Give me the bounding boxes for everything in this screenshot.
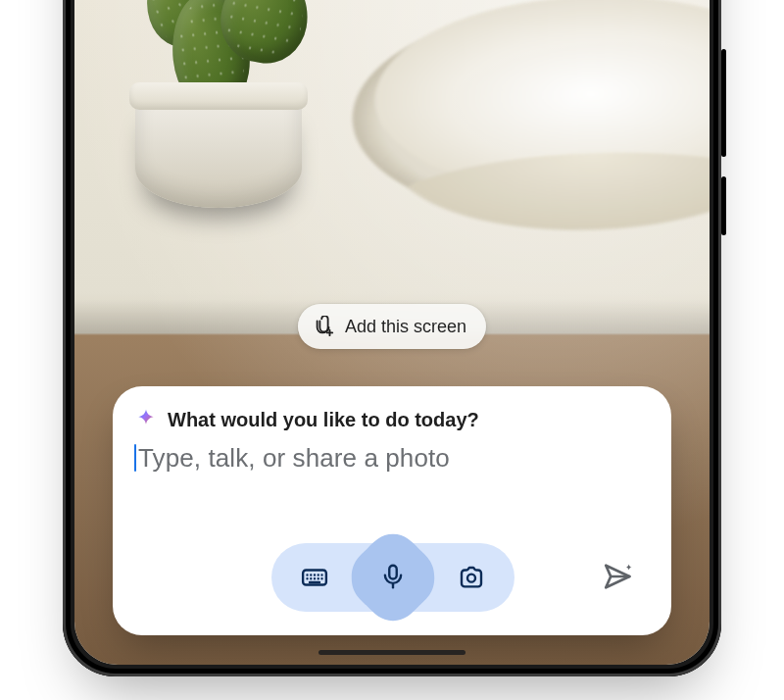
phone-frame: Add this screen [63, 0, 721, 676]
prompt-row: What would you like to do today? [134, 406, 652, 437]
gesture-bar[interactable] [318, 650, 466, 655]
card-spacer [134, 475, 652, 535]
send-sparkle-icon [602, 560, 635, 596]
keyboard-button[interactable] [277, 549, 352, 606]
input-mode-group [271, 543, 514, 612]
microphone-icon [378, 562, 408, 594]
gemini-sparkle-icon [136, 408, 156, 431]
add-this-screen-label: Add this screen [345, 318, 466, 335]
keyboard-icon [300, 563, 329, 592]
plant-pot [135, 100, 302, 208]
microphone-button[interactable] [346, 530, 440, 625]
assistant-input-placeholder: Type, talk, or share a photo [138, 443, 450, 474]
prompt-title: What would you like to do today? [168, 409, 479, 431]
text-cursor [134, 444, 136, 472]
svg-point-2 [467, 575, 475, 582]
assistant-card: What would you like to do today? Type, t… [113, 386, 671, 635]
attach-add-icon [314, 316, 335, 337]
camera-button[interactable] [434, 549, 509, 606]
svg-rect-1 [389, 565, 397, 578]
assistant-toolbar [134, 535, 652, 620]
wallpaper-plant [135, 22, 302, 208]
stage: Add this screen [0, 0, 784, 700]
phone-screen: Add this screen [74, 0, 710, 665]
assistant-input[interactable]: Type, talk, or share a photo [134, 441, 652, 475]
add-this-screen-chip[interactable]: Add this screen [298, 304, 486, 349]
camera-icon [457, 563, 486, 592]
microphone-wrap [346, 530, 440, 625]
send-button[interactable] [591, 550, 646, 605]
